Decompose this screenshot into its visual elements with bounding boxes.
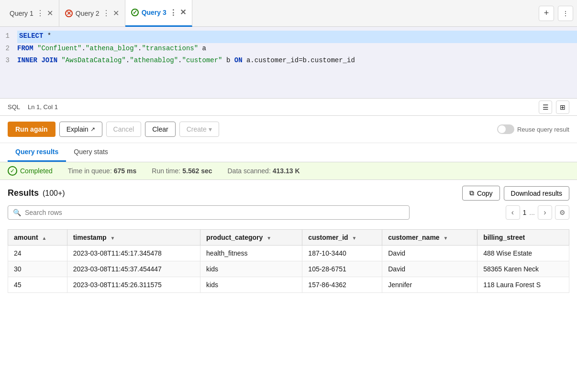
toolbar-right: Reuse query result <box>497 124 569 134</box>
completed-check-icon: ✓ <box>8 166 17 176</box>
search-icon: 🔍 <box>13 209 21 216</box>
create-label: Create <box>187 125 207 133</box>
code-line-1: SELECT * <box>17 31 577 43</box>
table-row: 242023-03-08T11:45:17.345478health_fitne… <box>8 246 569 261</box>
table-settings-button[interactable]: ⚙ <box>555 205 569 220</box>
table-row: 302023-03-08T11:45:37.454447kids105-28-6… <box>8 261 569 277</box>
cell-customer_id: 157-86-4362 <box>302 277 382 293</box>
line-numbers: 1 2 3 <box>0 31 15 67</box>
search-bar[interactable]: 🔍 <box>8 205 410 220</box>
explain-button[interactable]: Explain ↗ <box>59 122 102 137</box>
tab-query2-close[interactable]: ✕ <box>113 10 119 17</box>
copy-button[interactable]: ⧉ Copy <box>462 186 500 201</box>
run-time-value: 5.562 sec <box>182 167 212 175</box>
cell-timestamp: 2023-03-08T11:45:37.454447 <box>67 261 200 277</box>
tab-query-results-label: Query results <box>15 148 58 156</box>
code-content[interactable]: SELECT * FROM "Confluent"."athena_blog".… <box>15 31 577 67</box>
tab-query1-dots[interactable]: ⋮ <box>36 9 44 18</box>
create-button[interactable]: Create ▾ <box>179 122 219 137</box>
results-section: Results (100+) ⧉ Copy Download results 🔍… <box>0 180 577 297</box>
cell-customer_name: Jennifer <box>382 277 477 293</box>
page-ellipsis: ... <box>529 209 535 216</box>
col-amount[interactable]: amount ▲ <box>8 230 67 246</box>
status-bar-right: ☰ ⊞ <box>539 101 569 114</box>
status-bar: SQL Ln 1, Col 1 ☰ ⊞ <box>0 99 577 116</box>
cell-customer_id: 187-10-3440 <box>302 246 382 261</box>
tab-query2[interactable]: ✕ Query 2 ⋮ ✕ <box>59 0 125 27</box>
cell-product_category: kids <box>200 261 302 277</box>
search-input[interactable] <box>25 209 404 216</box>
next-page-button[interactable]: › <box>538 205 552 220</box>
tab-query-stats[interactable]: Query stats <box>66 143 116 162</box>
results-tab-bar: Query results Query stats <box>0 143 577 162</box>
tab-query3-close[interactable]: ✕ <box>180 9 186 16</box>
run-time-label: Run time: <box>152 167 180 175</box>
tab-query3-success-icon: ✓ <box>131 9 139 16</box>
cell-customer_id: 105-28-6751 <box>302 261 382 277</box>
editor-language: SQL <box>8 103 20 111</box>
cell-amount: 45 <box>8 277 67 293</box>
current-page: 1 <box>523 209 527 216</box>
cell-amount: 30 <box>8 261 67 277</box>
clear-button[interactable]: Clear <box>145 122 175 137</box>
cell-product_category: kids <box>200 277 302 293</box>
col-billing-street[interactable]: billing_street <box>477 230 569 246</box>
table-header-row: amount ▲ timestamp ▼ product_category ▼ … <box>8 230 569 246</box>
data-scanned-value: 413.13 K <box>273 167 300 175</box>
copy-icon: ⧉ <box>469 189 474 197</box>
explain-external-icon: ↗ <box>90 126 95 133</box>
cell-billing_street: 118 Laura Forest S <box>477 277 569 293</box>
tab-query1-close[interactable]: ✕ <box>47 10 53 17</box>
download-results-button[interactable]: Download results <box>504 186 569 201</box>
timestamp-sort-icon: ▼ <box>111 235 115 241</box>
cell-billing_street: 488 Wise Estate <box>477 246 569 261</box>
run-time-stat: Run time: 5.562 sec <box>152 167 212 175</box>
col-customer-name[interactable]: customer_name ▼ <box>382 230 477 246</box>
time-in-queue-stat: Time in queue: 675 ms <box>68 167 137 175</box>
prev-page-button[interactable]: ‹ <box>506 205 520 220</box>
col-product-category[interactable]: product_category ▼ <box>200 230 302 246</box>
completed-bar: ✓ Completed Time in queue: 675 ms Run ti… <box>0 162 577 180</box>
product-category-sort-icon: ▼ <box>266 235 271 241</box>
customer-id-sort-icon: ▼ <box>352 235 356 241</box>
cell-amount: 24 <box>8 246 67 261</box>
col-timestamp[interactable]: timestamp ▼ <box>67 230 200 246</box>
status-bar-left: SQL Ln 1, Col 1 <box>8 103 58 111</box>
amount-sort-icon: ▲ <box>42 235 46 241</box>
more-tabs-button[interactable]: ⋮ <box>558 6 573 21</box>
table-row: 452023-03-08T11:45:26.311575kids157-86-4… <box>8 277 569 293</box>
pagination: ‹ 1 ... › ⚙ <box>506 205 569 220</box>
tab-query3-dots[interactable]: ⋮ <box>169 8 177 17</box>
cell-timestamp: 2023-03-08T11:45:26.311575 <box>67 277 200 293</box>
grid-button[interactable]: ⊞ <box>556 101 569 114</box>
add-query-button[interactable]: + <box>539 6 554 21</box>
results-title: Results <box>8 188 39 198</box>
completed-label: Completed <box>20 167 53 175</box>
cell-customer_name: David <box>382 246 477 261</box>
code-editor[interactable]: 1 2 3 SELECT * FROM "Confluent"."athena_… <box>0 27 577 71</box>
time-in-queue-label: Time in queue: <box>68 167 112 175</box>
results-count: (100+) <box>43 189 65 197</box>
tab-query1[interactable]: Query 1 ⋮ ✕ <box>4 0 59 27</box>
format-button[interactable]: ☰ <box>539 101 552 114</box>
data-scanned-label: Data scanned: <box>228 167 271 175</box>
tab-query-results[interactable]: Query results <box>8 143 66 162</box>
customer-name-sort-icon: ▼ <box>444 235 448 241</box>
cancel-button[interactable]: Cancel <box>106 122 142 137</box>
run-again-button[interactable]: Run again <box>8 122 55 137</box>
cursor-position: Ln 1, Col 1 <box>28 103 58 111</box>
time-in-queue-value: 675 ms <box>114 167 136 175</box>
col-customer-id[interactable]: customer_id ▼ <box>302 230 382 246</box>
cell-billing_street: 58365 Karen Neck <box>477 261 569 277</box>
tab-query-stats-label: Query stats <box>74 148 108 156</box>
reuse-results-toggle[interactable] <box>497 124 514 134</box>
tab-query1-label: Query 1 <box>10 10 33 17</box>
code-line-3: INNER JOIN "AwsDataCatalog"."athenablog"… <box>17 55 577 67</box>
tab-query3[interactable]: ✓ Query 3 ⋮ ✕ <box>125 0 192 27</box>
results-table: amount ▲ timestamp ▼ product_category ▼ … <box>8 229 569 293</box>
tab-query2-label: Query 2 <box>76 10 100 17</box>
cell-timestamp: 2023-03-08T11:45:17.345478 <box>67 246 200 261</box>
tab-query2-dots[interactable]: ⋮ <box>102 9 110 18</box>
results-actions: ⧉ Copy Download results <box>462 186 569 201</box>
completed-status: ✓ Completed <box>8 166 53 176</box>
